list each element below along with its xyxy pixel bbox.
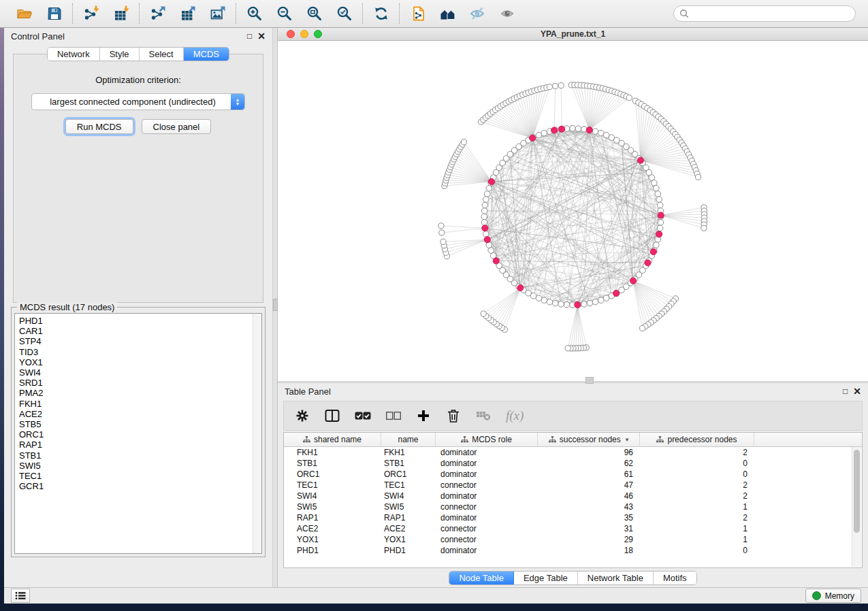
- table-row[interactable]: PHD1PHD1dominator180: [284, 545, 862, 556]
- list-icon: [15, 591, 26, 600]
- mcds-list-scrollbar[interactable]: [253, 314, 261, 553]
- log-console-button[interactable]: [11, 589, 30, 603]
- mcds-result-item: STB5: [19, 419, 261, 429]
- split-view-icon[interactable]: [325, 408, 340, 424]
- main-toolbar: [0, 0, 868, 28]
- search-icon: [679, 9, 689, 18]
- memory-button[interactable]: Memory: [805, 589, 861, 603]
- splitter-grip[interactable]: [273, 299, 278, 311]
- mcds-result-title: MCDS result (17 nodes): [17, 302, 117, 312]
- column-header-predecessor-nodes[interactable]: predecessor nodes: [640, 433, 754, 446]
- mcds-result-item: SWI5: [19, 461, 261, 471]
- import-network-icon[interactable]: [82, 5, 100, 22]
- table-row[interactable]: ACE2ACE2connector311: [284, 523, 862, 534]
- deselect-all-icon[interactable]: [386, 408, 401, 424]
- tab-network-table[interactable]: Network Table: [578, 572, 654, 584]
- table-header: shared namenameMCDS rolesuccessor nodes▾…: [284, 433, 862, 447]
- table-row[interactable]: STB1STB1dominator620: [284, 458, 862, 469]
- table-row[interactable]: FKH1FKH1dominator962: [284, 447, 862, 458]
- first-neighbors-icon[interactable]: [439, 5, 457, 22]
- memory-status-icon: [812, 591, 821, 600]
- tab-edge-table[interactable]: Edge Table: [514, 572, 578, 584]
- table-row[interactable]: TEC1TEC1connector472: [284, 480, 862, 491]
- close-panel-icon[interactable]: ✕: [257, 31, 266, 41]
- mcds-result-item: SRD1: [19, 378, 261, 388]
- network-window: YPA_prune.txt_1: [278, 28, 868, 381]
- network-canvas[interactable]: [278, 41, 868, 381]
- delete-column-icon[interactable]: [446, 408, 461, 424]
- save-session-icon[interactable]: [46, 5, 63, 22]
- table-panel-title: Table Panel: [285, 386, 331, 397]
- table-row[interactable]: ORC1ORC1dominator610: [284, 469, 862, 480]
- horizontal-splitter[interactable]: [278, 381, 868, 383]
- mcds-result-group: MCDS result (17 nodes) PHD1CAR1STP4TID3Y…: [11, 307, 266, 557]
- splitter-grip[interactable]: [585, 377, 594, 384]
- table-row[interactable]: YOX1YOX1connector291: [284, 534, 862, 545]
- table-row[interactable]: SWI4SWI4dominator462: [284, 491, 862, 501]
- import-table-icon[interactable]: [112, 5, 130, 22]
- column-header-name[interactable]: name: [381, 433, 436, 446]
- tab-node-table[interactable]: Node Table: [449, 572, 514, 584]
- mcds-result-item: TEC1: [19, 471, 261, 481]
- mcds-panel: Optimization criterion: largest connecte…: [13, 54, 263, 303]
- column-type-icon: [461, 436, 468, 443]
- mcds-result-item: CAR1: [19, 326, 261, 336]
- zoom-selected-icon[interactable]: [336, 5, 353, 22]
- vertical-splitter[interactable]: [272, 28, 278, 587]
- hide-selected-icon[interactable]: [469, 5, 487, 22]
- tab-select[interactable]: Select: [140, 48, 184, 61]
- export-table-icon[interactable]: [179, 5, 197, 22]
- column-header-successor-nodes[interactable]: successor nodes▾: [538, 433, 640, 446]
- float-panel-icon[interactable]: □: [843, 387, 848, 395]
- mcds-result-item: STB1: [19, 450, 261, 461]
- show-all-icon[interactable]: [499, 5, 517, 22]
- tab-mcds[interactable]: MCDS: [184, 48, 229, 61]
- tab-motifs[interactable]: Motifs: [654, 572, 696, 584]
- tab-style[interactable]: Style: [100, 48, 140, 61]
- mcds-result-item: TID3: [19, 347, 261, 357]
- mcds-result-item: FKH1: [19, 399, 261, 409]
- gear-icon[interactable]: [295, 408, 310, 424]
- tab-network[interactable]: Network: [48, 48, 100, 61]
- scrollbar-thumb[interactable]: [854, 450, 860, 533]
- close-panel-button[interactable]: Close panel: [142, 119, 212, 134]
- table-row[interactable]: RAP1RAP1dominator352: [284, 512, 862, 523]
- mcds-result-item: ACE2: [19, 409, 261, 419]
- column-header-shared-name[interactable]: shared name: [284, 433, 381, 446]
- mcds-result-item: ORC1: [19, 429, 261, 440]
- network-window-titlebar[interactable]: YPA_prune.txt_1: [278, 28, 868, 41]
- refresh-icon[interactable]: [372, 5, 390, 22]
- dropdown-stepper-icon: ▲▼: [231, 94, 244, 110]
- mcds-result-item: YOX1: [19, 357, 261, 367]
- zoom-fit-icon[interactable]: [306, 5, 323, 22]
- export-image-icon[interactable]: [209, 5, 227, 22]
- function-icon: f(x): [506, 408, 524, 424]
- add-column-icon[interactable]: [416, 408, 431, 424]
- table-tabs: Node TableEdge TableNetwork TableMotifs: [278, 568, 868, 587]
- network-file-icon[interactable]: [409, 5, 427, 22]
- mcds-result-list[interactable]: PHD1CAR1STP4TID3YOX1SWI4SRD1PMA2FKH1ACE2…: [14, 313, 262, 554]
- close-panel-icon[interactable]: ✕: [853, 386, 861, 396]
- float-panel-icon[interactable]: □: [247, 32, 252, 40]
- mcds-result-item: SWI4: [19, 367, 261, 378]
- network-window-title: YPA_prune.txt_1: [278, 29, 868, 39]
- criterion-dropdown[interactable]: largest connected component (undirected)…: [31, 93, 245, 110]
- column-header-MCDS-role[interactable]: MCDS role: [436, 433, 538, 446]
- criterion-value: largest connected component (undirected): [32, 97, 231, 107]
- run-mcds-button[interactable]: Run MCDS: [65, 119, 133, 134]
- network-graph[interactable]: [278, 41, 868, 381]
- zoom-out-icon[interactable]: [276, 5, 293, 22]
- memory-label: Memory: [825, 591, 854, 601]
- select-all-icon[interactable]: [355, 408, 371, 424]
- table-toolbar: f(x): [283, 401, 863, 431]
- table-scrollbar[interactable]: [852, 447, 861, 567]
- table-panel: Table Panel □ ✕ f(x) shared namenameMCDS…: [278, 383, 868, 587]
- column-type-icon: [656, 436, 664, 443]
- table-row[interactable]: SWI5SWI5connector431: [284, 501, 862, 512]
- zoom-in-icon[interactable]: [246, 5, 263, 22]
- export-network-icon[interactable]: [149, 5, 167, 22]
- search-input[interactable]: [673, 5, 856, 22]
- mcds-result-item: RAP1: [19, 440, 261, 450]
- app-window: Control Panel □ ✕ NetworkStyleSelectMCDS…: [4, 28, 868, 604]
- open-file-icon[interactable]: [16, 5, 33, 22]
